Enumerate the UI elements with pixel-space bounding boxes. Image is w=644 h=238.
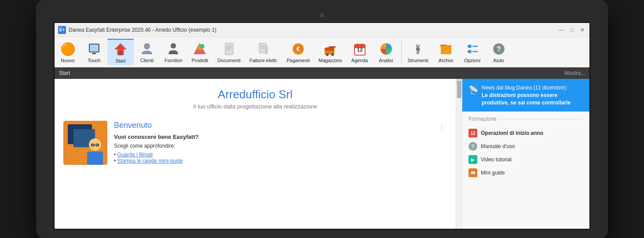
rss-icon: 📡 bbox=[468, 85, 478, 95]
toolbar-item-nuovo[interactable]: 🟠 Nuovo bbox=[55, 39, 81, 65]
operazioni-label: Operazioni di inizio anno bbox=[481, 130, 543, 136]
svg-rect-1 bbox=[90, 45, 99, 52]
welcome-menu-dots[interactable]: ⋮ bbox=[436, 121, 447, 133]
window-title: Danea Easyfatt Enterprise 2020.46 - Arre… bbox=[69, 27, 216, 33]
calendar-icon: 12 bbox=[468, 129, 477, 138]
scrollbar-track[interactable]: ▲ bbox=[456, 79, 462, 229]
welcome-link-2[interactable]: Stampa le rapide mini-guide bbox=[114, 158, 447, 164]
video-label: Video tutorial bbox=[481, 156, 512, 163]
welcome-links: Guarda i filmati Stampa le rapide mini-g… bbox=[114, 152, 447, 164]
svg-point-25 bbox=[331, 53, 334, 56]
svg-point-37 bbox=[468, 45, 472, 48]
toolbar-item-touch[interactable]: Touch bbox=[81, 39, 107, 65]
documenti-icon bbox=[221, 41, 237, 57]
strumenti-label: Strumenti bbox=[408, 58, 428, 63]
scrollbar-thumb[interactable] bbox=[457, 81, 461, 98]
welcome-choose: Scegli come approfondire: bbox=[114, 143, 447, 149]
welcome-link-1[interactable]: Guarda i filmati bbox=[114, 152, 447, 158]
video-icon: ▶ bbox=[468, 155, 477, 164]
svg-rect-4 bbox=[119, 51, 122, 55]
svg-rect-8 bbox=[171, 44, 176, 48]
prodotti-icon bbox=[192, 41, 208, 57]
svg-point-35 bbox=[416, 47, 420, 51]
stampa-mini-guide-link[interactable]: Stampa le rapide mini-guide bbox=[117, 158, 183, 164]
news-date: News dal blog Danea (11 dicembre): bbox=[482, 84, 583, 92]
company-header: Arredufficio Srl Il tuo ufficio dalla pr… bbox=[55, 79, 456, 114]
welcome-image bbox=[63, 121, 107, 165]
svg-rect-2 bbox=[92, 53, 96, 54]
toolbar-item-clienti[interactable]: Clienti bbox=[134, 39, 160, 65]
agenda-label: Agenda bbox=[351, 58, 368, 63]
avatar-head bbox=[89, 138, 101, 151]
toolbar-item-start[interactable]: Start bbox=[107, 39, 134, 65]
formazione-item-video[interactable]: ▶ Video tutorial bbox=[468, 153, 583, 166]
toolbar-item-opzioni[interactable]: Opzioni bbox=[459, 39, 486, 65]
aiuto-icon: ? bbox=[491, 41, 507, 57]
toolbar-item-fatture[interactable]: Fatture elettr. bbox=[245, 39, 282, 65]
welcome-title: Benvenuto bbox=[114, 121, 152, 130]
nav-action[interactable]: Mostra... bbox=[564, 70, 585, 76]
welcome-text: Benvenuto ⋮ Vuoi conoscere bene Easyfatt… bbox=[114, 121, 447, 165]
company-subtitle: Il tuo ufficio dalla progettazione alla … bbox=[63, 103, 447, 110]
formazione-item-manuale[interactable]: ? Manuale d'uso bbox=[468, 140, 583, 153]
welcome-section: Benvenuto ⋮ Vuoi conoscere bene Easyfatt… bbox=[55, 114, 456, 171]
svg-rect-36 bbox=[416, 50, 420, 55]
svg-point-11 bbox=[200, 44, 205, 48]
magazzino-icon bbox=[322, 41, 338, 57]
svg-text:12: 12 bbox=[357, 47, 363, 53]
svg-point-40 bbox=[468, 50, 472, 53]
strumenti-icon bbox=[410, 41, 426, 57]
minimize-button[interactable]: — bbox=[558, 26, 565, 33]
manuale-label: Manuale d'uso bbox=[481, 143, 515, 149]
news-title: Le distrazioni possono essere produttive… bbox=[482, 92, 583, 107]
agenda-icon: 12 bbox=[352, 41, 368, 57]
laptop-frame: E+ Danea Easyfatt Enterprise 2020.46 - A… bbox=[36, 0, 608, 238]
toolbar-item-documenti[interactable]: Documenti bbox=[213, 39, 245, 65]
opzioni-label: Opzioni bbox=[464, 58, 480, 63]
toolbar-item-pagamenti[interactable]: € Pagamenti bbox=[282, 39, 315, 65]
toolbar-item-aiuto[interactable]: ? Aiuto bbox=[486, 39, 512, 65]
clienti-icon bbox=[139, 41, 155, 57]
toolbar-item-analisi[interactable]: Analisi bbox=[373, 39, 399, 65]
avatar-glasses bbox=[91, 144, 99, 146]
guarda-filmati-link[interactable]: Guarda i filmati bbox=[117, 152, 153, 158]
start-label: Start bbox=[115, 58, 125, 63]
formazione-header: Formazione bbox=[468, 116, 583, 122]
svg-rect-12 bbox=[225, 43, 233, 55]
welcome-subtitle: Vuoi conoscere bene Easyfatt? bbox=[114, 134, 447, 140]
title-bar-controls[interactable]: — □ ✕ bbox=[558, 26, 586, 33]
fatture-label: Fatture elettr. bbox=[249, 58, 278, 63]
formazione-item-mini-guide[interactable]: 📖 Mini guide bbox=[468, 166, 583, 179]
formazione-section: Formazione 12 Operazioni di inizio anno … bbox=[462, 112, 589, 184]
news-content: News dal blog Danea (11 dicembre): Le di… bbox=[482, 84, 583, 106]
help-icon: ? bbox=[468, 142, 477, 151]
toolbar-item-magazzino[interactable]: Magazzino bbox=[314, 39, 346, 65]
formazione-item-operazioni[interactable]: 12 Operazioni di inizio anno bbox=[468, 126, 583, 140]
app-icon: E+ bbox=[58, 26, 66, 34]
main-area: Arredufficio Srl Il tuo ufficio dalla pr… bbox=[55, 79, 589, 229]
maximize-button[interactable]: □ bbox=[568, 26, 575, 33]
pagamenti-icon: € bbox=[290, 41, 306, 57]
toolbar: 🟠 Nuovo Touch bbox=[55, 37, 589, 67]
nuovo-label: Nuovo bbox=[61, 58, 75, 63]
aiuto-label: Aiuto bbox=[493, 58, 504, 63]
book-icon: 📖 bbox=[468, 168, 477, 177]
archivi-label: Archivi bbox=[439, 58, 453, 63]
title-bar-left: E+ Danea Easyfatt Enterprise 2020.46 - A… bbox=[58, 26, 216, 34]
start-icon bbox=[113, 41, 128, 57]
toolbar-item-strumenti[interactable]: Strumenti bbox=[403, 39, 433, 65]
company-name: Arredufficio Srl bbox=[63, 88, 447, 101]
toolbar-item-prodotti[interactable]: Prodotti bbox=[187, 39, 213, 65]
nuovo-icon: 🟠 bbox=[60, 41, 76, 57]
svg-marker-5 bbox=[114, 43, 127, 49]
analisi-label: Analisi bbox=[379, 58, 393, 63]
toolbar-item-fornitori[interactable]: Fornitori bbox=[160, 39, 187, 65]
news-box[interactable]: 📡 News dal blog Danea (11 dicembre): Le … bbox=[462, 79, 589, 112]
close-button[interactable]: ✕ bbox=[579, 26, 586, 33]
toolbar-item-archivi[interactable]: Archivi bbox=[433, 39, 459, 65]
toolbar-item-agenda[interactable]: 12 Agenda bbox=[347, 39, 373, 65]
avatar-body bbox=[87, 152, 103, 165]
touch-label: Touch bbox=[88, 58, 100, 63]
mini-guide-label: Mini guide bbox=[481, 170, 505, 176]
nav-bar: Start Mostra... bbox=[55, 67, 589, 79]
